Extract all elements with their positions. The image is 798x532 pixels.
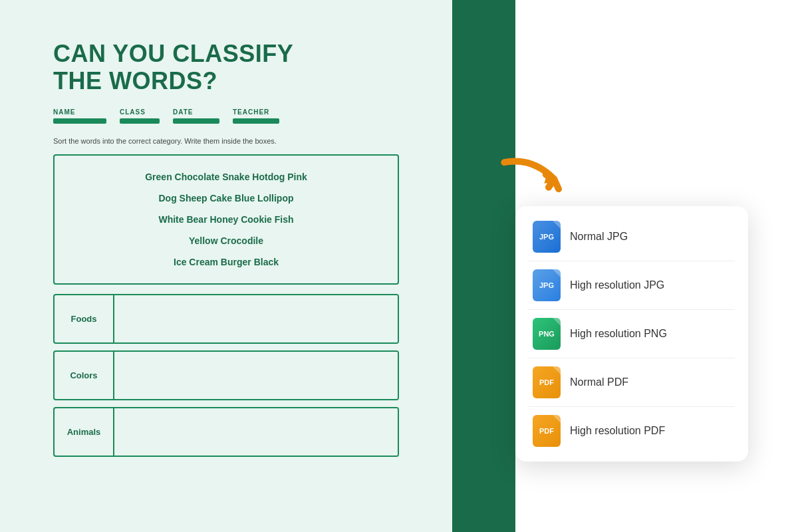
word-blue: Blue — [235, 193, 257, 203]
worksheet: Can you classifythe words? Name Class Da… — [33, 20, 419, 483]
category-row-animals: Animals — [53, 407, 399, 457]
word-chocolate: Chocolate — [175, 172, 223, 182]
pdf-high-icon-text: PDF — [539, 427, 554, 435]
normal-pdf-label: Normal PDF — [570, 376, 628, 388]
category-row-foods: Foods — [53, 294, 399, 344]
file-icon-fold-2 — [553, 269, 561, 277]
info-line-class — [120, 118, 160, 124]
info-label-name: Name — [53, 108, 106, 116]
worksheet-title: Can you classifythe words? — [53, 40, 399, 95]
word-green: Green — [145, 172, 174, 182]
word-dog: Dog — [158, 193, 179, 203]
category-label-animals: Animals — [55, 408, 114, 456]
instructions-text: Sort the words into the correct category… — [53, 137, 399, 145]
divider-1 — [529, 261, 735, 261]
word-pink: Pink — [287, 172, 307, 182]
words-box: Green Chocolate Snake Hotdog Pink Dog Sh… — [53, 154, 399, 285]
png-high-icon: PNG — [533, 318, 561, 350]
high-png-label: High resolution PNG — [570, 328, 667, 340]
jpg-normal-icon-text: JPG — [539, 233, 554, 241]
info-row: Name Class Date Teacher — [53, 108, 399, 124]
scene: Can you classifythe words? Name Class Da… — [0, 0, 798, 532]
category-content-animals[interactable] — [114, 408, 398, 456]
high-pdf-label: High resolution PDF — [570, 425, 665, 437]
divider-2 — [529, 309, 735, 310]
word-lollipop: Lollipop — [257, 193, 293, 203]
word-hotdog: Hotdog — [252, 172, 287, 182]
category-content-colors[interactable] — [114, 352, 398, 399]
arrow-icon — [499, 150, 565, 203]
info-line-name — [53, 118, 106, 124]
word-snake: Snake — [222, 172, 252, 182]
info-field-class: Class — [120, 108, 160, 124]
high-jpg-label: High resolution JPG — [570, 279, 664, 291]
info-label-date: Date — [173, 108, 219, 116]
word-sheep: Sheep — [180, 193, 210, 203]
word-cake: Cake — [209, 193, 234, 203]
info-label-teacher: Teacher — [233, 108, 279, 116]
category-row-colors: Colors — [53, 350, 399, 400]
word-fish: Fish — [275, 214, 294, 225]
file-icon-fold-5 — [553, 415, 561, 423]
word-bear: Bear — [186, 214, 209, 225]
download-card: JPG Normal JPG JPG High resolution JPG P… — [515, 206, 748, 462]
download-option-normal-jpg[interactable]: JPG Normal JPG — [529, 214, 735, 259]
pdf-normal-icon: PDF — [533, 366, 561, 398]
divider-4 — [529, 406, 735, 407]
word-icecream: Ice cream — [174, 257, 221, 267]
file-icon-fold — [553, 221, 561, 229]
normal-jpg-label: Normal JPG — [570, 231, 628, 243]
png-high-icon-text: PNG — [539, 330, 555, 338]
file-icon-fold-3 — [553, 318, 561, 326]
category-content-foods[interactable] — [114, 295, 398, 342]
word-black: Black — [254, 257, 279, 267]
category-label-foods: Foods — [55, 295, 114, 342]
word-yellow: Yellow — [189, 235, 220, 246]
info-line-date — [173, 118, 219, 124]
jpg-normal-icon: JPG — [533, 221, 561, 253]
info-field-teacher: Teacher — [233, 108, 279, 124]
category-label-colors: Colors — [55, 352, 114, 399]
word-cookie: Cookie — [241, 214, 275, 225]
divider-3 — [529, 358, 735, 358]
word-white: White — [158, 214, 186, 225]
download-option-high-jpg[interactable]: JPG High resolution JPG — [529, 263, 735, 308]
word-crocodile: Crocodile — [220, 235, 263, 246]
teal-stripe — [452, 0, 515, 532]
info-label-class: Class — [120, 108, 160, 116]
pdf-high-icon: PDF — [533, 415, 561, 447]
pdf-normal-icon-text: PDF — [539, 378, 554, 386]
right-panel: JPG Normal JPG JPG High resolution JPG P… — [452, 0, 798, 532]
jpg-high-icon-text: JPG — [539, 281, 554, 289]
download-option-high-png[interactable]: PNG High resolution PNG — [529, 311, 735, 356]
arrow-container — [499, 150, 565, 205]
worksheet-background: Can you classifythe words? Name Class Da… — [0, 0, 452, 532]
word-honey: Honey — [209, 214, 241, 225]
info-field-name: Name — [53, 108, 106, 124]
word-burger: Burger — [221, 257, 254, 267]
download-option-normal-pdf[interactable]: PDF Normal PDF — [529, 360, 735, 405]
jpg-high-icon: JPG — [533, 269, 561, 301]
download-option-high-pdf[interactable]: PDF High resolution PDF — [529, 408, 735, 454]
file-icon-fold-4 — [553, 366, 561, 374]
info-line-teacher — [233, 118, 279, 124]
info-field-date: Date — [173, 108, 219, 124]
